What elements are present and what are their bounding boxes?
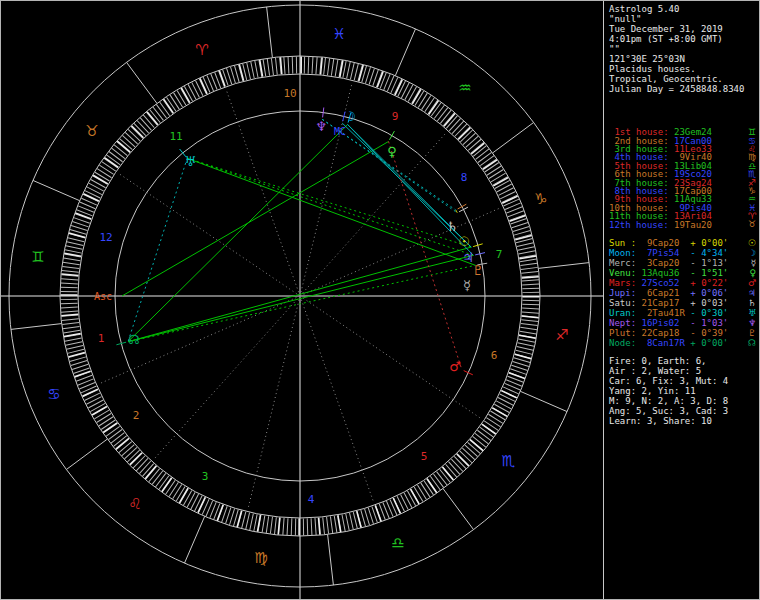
planet-label: Mars: xyxy=(609,278,642,288)
house-label: 12th house: xyxy=(609,220,674,230)
planet-row: Moon: 7Pis54 - 4°34'☽ xyxy=(609,248,756,258)
mars-icon: ♂ xyxy=(748,279,756,287)
sign-glyph-capricorn: ♑ xyxy=(534,190,547,208)
saturn-icon: ♄ xyxy=(748,299,756,307)
sign-glyph-aries: ♈ xyxy=(195,41,208,59)
aspect-line xyxy=(128,125,348,342)
planet-position: 9Cap20 xyxy=(642,238,685,248)
planet-label: Node: xyxy=(609,338,642,348)
stat-line-house-types: Ang: 5, Suc: 3, Cad: 3 xyxy=(609,406,756,416)
moon-icon: ☽ xyxy=(748,249,756,257)
sign-glyph-leo: ♌ xyxy=(128,495,141,513)
planet-row: Mars: 27Sco52 + 0°22'♂ xyxy=(609,278,756,288)
house-number-3: 3 xyxy=(202,470,209,483)
house-number-6: 6 xyxy=(491,349,498,362)
planet-label: Merc: xyxy=(609,258,642,268)
planet-row: Satu: 21Cap17 + 0°03'♄ xyxy=(609,298,756,308)
planet-latitude: - 0°30' xyxy=(685,308,728,318)
element-statistics: Fire: 0, Earth: 6, Air : 2, Water: 5 Car… xyxy=(609,356,756,426)
aspect-line xyxy=(128,265,475,341)
planet-position: 6Cap21 xyxy=(642,288,685,298)
planet-row: Node: 8Can17R + 0°00'☊ xyxy=(609,338,756,348)
aspect-line xyxy=(122,142,389,297)
chart-time: 4:01pm (ST +8:00 GMT) xyxy=(609,34,756,44)
ascendant-label: Asc xyxy=(94,291,112,302)
house-number-12: 12 xyxy=(99,231,112,244)
mars-icon: ♂ xyxy=(449,359,461,374)
node-icon: ☊ xyxy=(748,339,756,347)
planet-row: Nept: 16Pis02 - 1°03'♆ xyxy=(609,318,756,328)
planet-position: 16Pis02 xyxy=(642,318,685,328)
location-name: "" xyxy=(609,44,756,54)
stat-line-yang-yin: Yang: 2, Yin: 11 xyxy=(609,386,756,396)
planet-latitude: + 0°06' xyxy=(685,288,728,298)
chart-name: "null" xyxy=(609,14,756,24)
house-number-8: 8 xyxy=(461,171,468,184)
house-number-1: 1 xyxy=(98,332,105,345)
planet-position: 2Tau41R xyxy=(642,308,685,318)
house-number-2: 2 xyxy=(133,409,140,422)
location-coordinates: 121°30E 25°03N xyxy=(609,54,756,64)
planet-label: Moon: xyxy=(609,248,642,258)
uranus-icon: ♅ xyxy=(184,154,196,169)
planet-position: 21Cap17 xyxy=(642,298,685,308)
house-number-7: 7 xyxy=(496,248,503,261)
info-sidebar: Astrolog 5.40 "null" Tue December 31, 20… xyxy=(603,0,760,600)
sign-glyph-cancer: ♋ xyxy=(47,385,60,403)
jupiter-icon: ♃ xyxy=(748,289,756,297)
saturn-icon: ♄ xyxy=(446,219,458,234)
sign-glyph-gemini: ♊ xyxy=(31,248,44,266)
aspect-line xyxy=(348,125,474,256)
planet-latitude: - 1°13' xyxy=(685,258,728,268)
sign-glyph-taurus: ♉ xyxy=(85,122,98,140)
aspect-line xyxy=(456,210,458,213)
house-number-11: 11 xyxy=(169,130,182,143)
planet-label: Sun : xyxy=(609,238,642,248)
pluto-icon: ♇ xyxy=(748,329,756,337)
planet-position: 22Cap18 xyxy=(642,328,685,338)
midheaven-label: MC xyxy=(334,126,346,137)
planet-latitude: - 1°03' xyxy=(685,318,728,328)
house-number-9: 9 xyxy=(392,110,399,123)
planet-label: Jupi: xyxy=(609,288,642,298)
stat-line-modes: Car: 6, Fix: 3, Mut: 4 xyxy=(609,376,756,386)
sun-icon: ☉ xyxy=(458,234,470,249)
stat-line-hemispheres: M: 9, N: 2, A: 3, D: 8 xyxy=(609,396,756,406)
planet-latitude: - 0°39' xyxy=(685,328,728,338)
planet-label: Venu: xyxy=(609,268,642,278)
zodiac-system: Tropical, Geocentric. xyxy=(609,74,756,84)
mercury-icon: ☿ xyxy=(750,259,756,267)
neptune-icon: ♆ xyxy=(748,319,756,327)
planet-latitude: + 0°00' xyxy=(685,338,728,348)
app-title: Astrolog 5.40 xyxy=(609,4,756,14)
planet-row: Merc: 3Cap20 - 1°13'☿ xyxy=(609,258,756,268)
stat-line-learn-share: Learn: 3, Share: 10 xyxy=(609,416,756,426)
planet-label: Plut: xyxy=(609,328,642,338)
planet-latitude: + 0°22' xyxy=(685,278,728,288)
neptune-icon: ♆ xyxy=(315,119,327,134)
planet-label: Nept: xyxy=(609,318,642,328)
planet-position: 3Cap20 xyxy=(642,258,685,268)
house-number-10: 10 xyxy=(283,87,296,100)
planet-position: 13Aqu36 xyxy=(642,268,685,278)
gemini-icon: ♊ xyxy=(748,128,756,136)
house-cusp-list: 1st house: 23Gem24♊ 2nd house: 17Can00♋ … xyxy=(609,128,756,229)
planet-row: Plut: 22Cap18 - 0°39'♇ xyxy=(609,328,756,338)
planet-latitude: - 4°34' xyxy=(685,248,728,258)
venus-icon: ♀ xyxy=(387,144,397,159)
planet-position: 7Pis54 xyxy=(642,248,685,258)
chart-header: Astrolog 5.40 "null" Tue December 31, 20… xyxy=(609,4,756,94)
pluto-icon: ♇ xyxy=(472,263,484,278)
planet-row: Sun : 9Cap20 + 0°00'☉ xyxy=(609,238,756,248)
house-cusp-row: 12th house: 19Tau20♉ xyxy=(609,220,756,228)
scorpio-icon: ♏ xyxy=(748,170,756,178)
planet-latitude: + 0°00' xyxy=(685,238,728,248)
planet-row: Uran: 2Tau41R - 0°30'♅ xyxy=(609,308,756,318)
sign-glyph-aquarius: ♒ xyxy=(458,79,471,97)
planet-glyphs: ☉ ☽ ☿ ♀ ♂ ♃ ♄ ♅ ♆ ♇ ☊ xyxy=(128,109,484,374)
sign-glyph-sagittarius: ♐ xyxy=(555,326,568,344)
chart-date: Tue December 31, 2019 xyxy=(609,24,756,34)
planet-latitude: - 1°51' xyxy=(685,268,728,278)
sun-icon: ☉ xyxy=(748,239,756,247)
planet-position-list: Sun : 9Cap20 + 0°00'☉ Moon: 7Pis54 - 4°3… xyxy=(609,238,756,348)
